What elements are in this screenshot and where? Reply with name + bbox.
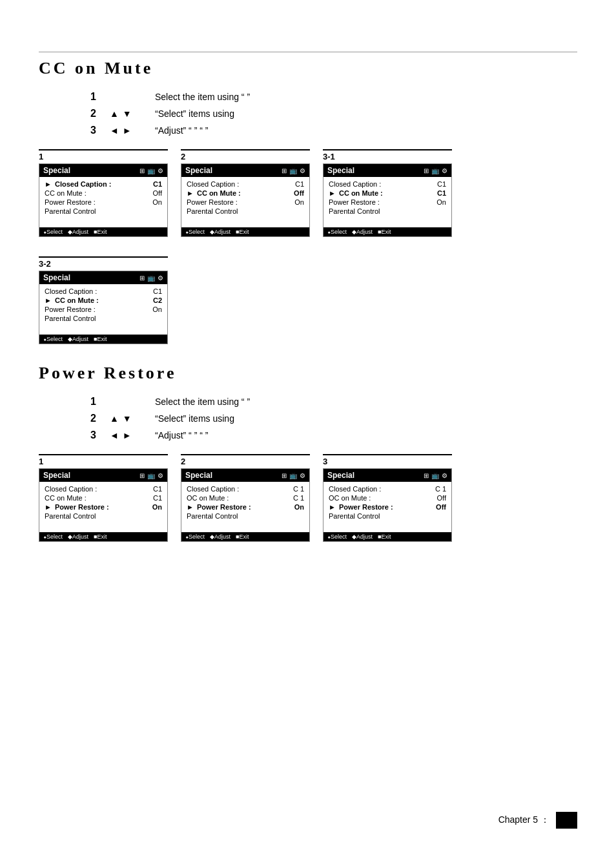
menu-item-label: Parental Control	[45, 512, 96, 520]
menu-header-icons: ⊞📺⚙	[139, 472, 163, 479]
settings-icon: ⚙	[158, 167, 163, 174]
grid-icon: ⊞	[424, 167, 429, 174]
footer-item: ⬥Select	[327, 229, 347, 235]
menu-footer: ⬥Select◆Adjust■Exit	[181, 532, 309, 541]
right-arrow-icon: ►	[123, 125, 132, 136]
footer-item: ◆Adjust	[68, 533, 88, 540]
tv-icon: 📺	[431, 472, 439, 479]
menu-header-title: Special	[185, 471, 212, 480]
footer-item: ⬥Select	[185, 229, 205, 235]
footer-item: ⬥Select	[327, 533, 347, 540]
menu-body: Closed Caption :C1► CC on Mute :C1 Power…	[323, 177, 451, 222]
menu-label: 2	[181, 149, 310, 161]
menu-header: Special⊞📺⚙	[181, 469, 309, 482]
power-restore-menus: 1Special⊞📺⚙ Closed Caption :C1 CC on Mut…	[39, 454, 577, 542]
pr-step-desc-1: Select the item using “ ”	[155, 397, 250, 407]
menu-footer: ⬥Select◆Adjust■Exit	[323, 532, 451, 541]
menu-block: 1Special⊞📺⚙► Closed Caption :C1 CC on Mu…	[39, 149, 168, 237]
menu-header: Special⊞📺⚙	[323, 469, 451, 482]
grid-icon: ⊞	[139, 274, 145, 282]
menu-item-label: Closed Caption :	[187, 180, 239, 188]
pr-step-2: 2 ▲ ▼ “Select” items using	[90, 413, 577, 424]
settings-icon: ⚙	[442, 167, 447, 174]
menu-item-label: Closed Caption :	[329, 485, 381, 493]
menu-item-label: Power Restore :	[45, 198, 96, 206]
menu-item: Parental Control	[187, 207, 304, 216]
menu-item-value: C1	[437, 189, 446, 197]
menu-header-title: Special	[327, 471, 354, 480]
menu-item-value: C1	[153, 180, 162, 188]
tv-icon: 📺	[431, 167, 439, 174]
pr-left-arrow-icon: ◄	[110, 430, 119, 440]
menu-item-label: OC on Mute :	[187, 494, 229, 502]
cc-on-mute-menus: 1Special⊞📺⚙► Closed Caption :C1 CC on Mu…	[39, 149, 577, 344]
menu-item: Parental Control	[45, 512, 162, 521]
menu-screen: Special⊞📺⚙ Closed Caption :C1► CC on Mut…	[39, 271, 168, 344]
menu-item-label: Parental Control	[187, 207, 238, 215]
menu-item-value: C 1	[293, 494, 304, 502]
menu-item: CC on Mute :Off	[45, 189, 162, 198]
menu-item-label: ► CC on Mute :	[45, 296, 99, 304]
grid-icon: ⊞	[282, 167, 287, 174]
menu-item-label: ► CC on Mute :	[187, 189, 241, 197]
menu-item-label: Parental Control	[329, 512, 380, 520]
menu-block: 1Special⊞📺⚙ Closed Caption :C1 CC on Mut…	[39, 454, 168, 542]
menu-header-title: Special	[43, 166, 70, 175]
menu-item-value: C1	[153, 485, 162, 493]
menu-item: CC on Mute :C1	[45, 493, 162, 502]
tv-icon: 📺	[289, 472, 297, 479]
settings-icon: ⚙	[158, 274, 163, 282]
menu-item: ► CC on Mute :C2	[45, 296, 162, 305]
menu-item-value: On	[294, 198, 304, 206]
pr-right-arrow-icon: ►	[123, 430, 132, 440]
menu-screen: Special⊞📺⚙► Closed Caption :C1 CC on Mut…	[39, 163, 168, 237]
menu-item: Closed Caption :C1	[45, 484, 162, 493]
menu-header: Special⊞📺⚙	[39, 469, 167, 482]
chapter-label: Chapter 5 ：	[498, 814, 549, 826]
pr-down-arrow-icon: ▼	[123, 413, 132, 424]
step-num-2: 2	[90, 108, 110, 119]
power-restore-steps: 1 Select the item using “ ” 2 ▲ ▼ “Selec…	[90, 396, 577, 441]
tv-icon: 📺	[289, 167, 297, 174]
menu-header: Special⊞📺⚙	[323, 164, 451, 177]
menu-item-value: Off	[294, 189, 304, 197]
menu-item-label: ► CC on Mute :	[329, 189, 383, 197]
menu-item-label: Parental Control	[45, 315, 96, 322]
menu-item: ► CC on Mute :Off	[187, 189, 304, 198]
cc-menus-second-row: 3-2Special⊞📺⚙ Closed Caption :C1► CC on …	[39, 256, 168, 344]
footer-item: ■Exit	[94, 336, 107, 342]
settings-icon: ⚙	[300, 472, 305, 479]
menu-footer: ⬥Select◆Adjust■Exit	[39, 227, 167, 236]
step-2: 2 ▲ ▼ “Select” items using	[90, 108, 577, 119]
pr-step-icons-2: ▲ ▼	[110, 413, 149, 424]
menu-item: ► Power Restore :On	[45, 502, 162, 512]
step-desc-3: “Adjust” “ ” “ ”	[155, 125, 208, 136]
section-power-restore: Power Restore 1 Select the item using “ …	[39, 364, 577, 542]
pr-step-num-3: 3	[90, 429, 110, 441]
menu-screen: Special⊞📺⚙ Closed Caption :C 1 OC on Mut…	[181, 468, 310, 542]
power-restore-title: Power Restore	[39, 364, 577, 383]
footer-item: ⬥Select	[185, 533, 205, 540]
menu-screen: Special⊞📺⚙ Closed Caption :C1► CC on Mut…	[181, 163, 310, 237]
footer-item: ◆Adjust	[68, 229, 88, 235]
menu-item-label: Parental Control	[187, 512, 238, 520]
menu-body: Closed Caption :C1► CC on Mute :C2 Power…	[39, 284, 167, 329]
menu-item-label: Closed Caption :	[45, 485, 97, 493]
menu-header-icons: ⊞📺⚙	[424, 167, 447, 174]
step-desc-2: “Select” items using	[155, 109, 234, 119]
menu-item: Power Restore :On	[45, 305, 162, 314]
pr-step-3: 3 ◄ ► “Adjust” “ ” “ ”	[90, 429, 577, 441]
menu-item: Closed Caption :C1	[187, 180, 304, 189]
menu-item-value: C 1	[293, 485, 304, 493]
menu-item-label: CC on Mute :	[45, 189, 87, 197]
menu-item: Parental Control	[45, 207, 162, 216]
menu-screen: Special⊞📺⚙ Closed Caption :C1► CC on Mut…	[323, 163, 452, 237]
menu-item-label: ► Closed Caption :	[45, 180, 111, 188]
menu-footer: ⬥Select◆Adjust■Exit	[181, 227, 309, 236]
menu-item: ► Power Restore :Off	[329, 502, 446, 512]
tv-icon: 📺	[147, 167, 155, 174]
settings-icon: ⚙	[158, 472, 163, 479]
selected-arrow-icon: ►	[187, 503, 196, 511]
menu-item: ► Closed Caption :C1	[45, 180, 162, 189]
footer-item: ■Exit	[378, 533, 391, 540]
